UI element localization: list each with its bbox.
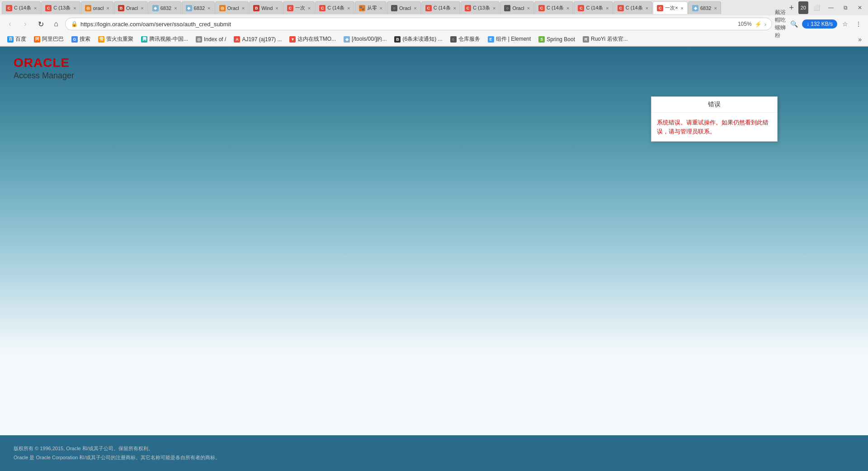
- tab-close-icon[interactable]: ×: [107, 5, 109, 11]
- bookmark-item[interactable]: 萤 萤火虫重聚: [94, 34, 137, 44]
- tab-close-icon[interactable]: ×: [493, 5, 495, 11]
- bookmark-item[interactable]: E 组件 | Element: [484, 34, 535, 44]
- bookmark-item[interactable]: A AJ197 (aj197) ...: [230, 35, 285, 43]
- user-account-icon[interactable]: 戴浴帽吃螺蛳粉: [775, 18, 787, 30]
- tab-close-icon[interactable]: ×: [308, 5, 311, 11]
- back-button[interactable]: ‹: [4, 18, 16, 30]
- bookmark-item[interactable]: S Spring Boot: [535, 35, 579, 43]
- tab-close-icon[interactable]: ×: [566, 5, 569, 11]
- bookmark-favicon: 阿: [34, 36, 40, 43]
- browser-tab[interactable]: C 一次 ×: [283, 1, 315, 14]
- tab-close-icon[interactable]: ×: [380, 5, 382, 11]
- minimize-btn[interactable]: —: [825, 1, 837, 14]
- tab-close-icon[interactable]: ×: [242, 5, 245, 11]
- tab-close-icon[interactable]: ×: [34, 5, 37, 11]
- browser-tab[interactable]: ◎ oracl ×: [81, 1, 113, 14]
- bookmark-item[interactable]: ○ 仓库服务: [447, 34, 484, 44]
- bookmark-label: 仓库服务: [458, 35, 480, 43]
- security-lock-icon: 🔒: [71, 21, 78, 27]
- browser-tab[interactable]: C C (14条 ×: [2, 1, 41, 14]
- more-options-icon[interactable]: ⋮: [853, 18, 864, 30]
- bookmark-icon[interactable]: ☆: [839, 18, 851, 30]
- tab-count-btn[interactable]: 20: [798, 1, 808, 14]
- tab-favicon: ◈: [692, 5, 698, 11]
- browser-tab[interactable]: C C (14条 ×: [574, 1, 613, 14]
- bookmark-label: 阿里巴巴: [42, 35, 64, 43]
- address-bar[interactable]: 🔒 https://login.oracle.com/oam/server/ss…: [65, 18, 772, 30]
- tab-close-icon[interactable]: ×: [646, 5, 648, 11]
- browser-tab[interactable]: ◈ 6832 ×: [148, 1, 181, 14]
- tab-title: 一次: [295, 5, 305, 11]
- browser-tab[interactable]: C C (13条 ×: [41, 1, 80, 14]
- tab-close-icon[interactable]: ×: [453, 5, 456, 11]
- browser-tab[interactable]: C C (14条 ×: [613, 1, 652, 14]
- tab-close-icon[interactable]: ×: [347, 5, 350, 11]
- tab-title: 6832: [194, 5, 205, 11]
- browser-tab[interactable]: C C (14条 ×: [421, 1, 460, 14]
- search-icon[interactable]: 🔍: [788, 18, 800, 30]
- bookmark-favicon: ◎: [196, 36, 202, 43]
- bookmarks-more-button[interactable]: »: [855, 35, 864, 44]
- tab-favicon: C: [657, 5, 663, 11]
- browser-tab[interactable]: C C (13条 ×: [461, 1, 500, 14]
- bookmark-item[interactable]: R RuoYi 若依官...: [579, 34, 632, 44]
- tab-title: C (14条: [547, 5, 564, 11]
- tab-title: Oracl: [399, 5, 411, 11]
- footer-line1: 版权所有 © 1996,2015, Oracle 和/或其子公司。保留所有权利。: [14, 444, 854, 453]
- browser-tab[interactable]: ◎ Oracl ×: [215, 1, 249, 14]
- tab-close-icon[interactable]: ×: [606, 5, 609, 11]
- new-tab-button[interactable]: +: [785, 1, 798, 14]
- browser-tab[interactable]: B Oracl ×: [114, 1, 148, 14]
- tab-controls: 20 ⬜ — ⧉ ✕: [798, 1, 866, 14]
- maximize-btn[interactable]: ⧉: [839, 1, 852, 14]
- tab-close-icon[interactable]: ×: [174, 5, 177, 11]
- close-btn[interactable]: ✕: [854, 1, 866, 14]
- browser-tab[interactable]: C C (14条 ×: [315, 1, 354, 14]
- tab-favicon: ○: [504, 5, 510, 11]
- bookmark-label: RuoYi 若依官...: [591, 35, 628, 43]
- tab-favicon: C: [425, 5, 432, 11]
- bookmark-item[interactable]: 百 百度: [4, 34, 30, 44]
- tab-close-icon[interactable]: ×: [208, 5, 210, 11]
- bookmark-favicon: ◈: [344, 36, 350, 43]
- browser-tab[interactable]: ○ Oracl ×: [500, 1, 534, 14]
- tab-title: C (14条: [14, 5, 31, 11]
- browser-tab[interactable]: C C (14条 ×: [534, 1, 573, 14]
- bookmark-item[interactable]: G 搜索: [68, 34, 94, 44]
- browser-tab[interactable]: C 一次× ×: [653, 1, 688, 14]
- bookmark-label: 腾讯视频-中国...: [149, 35, 188, 43]
- tab-close-icon[interactable]: ×: [527, 5, 530, 11]
- download-speed-btn[interactable]: ↓ 132 KB/s: [802, 19, 837, 29]
- tab-favicon: C: [578, 5, 584, 11]
- tab-close-icon[interactable]: ×: [681, 5, 684, 11]
- zoom-level: 105%: [738, 21, 752, 27]
- bookmark-item[interactable]: B (6条未读通知) ...: [391, 34, 446, 44]
- browser-tab[interactable]: 🐾 从零 ×: [355, 1, 387, 14]
- bookmark-item[interactable]: ◈ [/tools/00/]的...: [340, 34, 390, 44]
- tab-close-icon[interactable]: ×: [73, 5, 76, 11]
- restore-btn[interactable]: ⬜: [810, 1, 823, 14]
- browser-tab[interactable]: ○ Oracl ×: [387, 1, 421, 14]
- forward-button[interactable]: ›: [19, 18, 32, 30]
- browser-tab[interactable]: B Wind ×: [249, 1, 283, 14]
- bookmark-item[interactable]: 腾 腾讯视频-中国...: [137, 34, 192, 44]
- tab-close-icon[interactable]: ×: [414, 5, 416, 11]
- bookmark-item[interactable]: 阿 阿里巴巴: [30, 34, 67, 44]
- bookmark-favicon: S: [538, 36, 545, 43]
- bookmark-item[interactable]: ◎ Index of /: [192, 35, 230, 43]
- home-button[interactable]: ⌂: [50, 18, 62, 30]
- address-bar-row: ‹ › ↻ ⌂ 🔒 https://login.oracle.com/oam/s…: [0, 15, 868, 33]
- bookmark-favicon: R: [583, 36, 589, 43]
- tab-close-icon[interactable]: ×: [141, 5, 143, 11]
- tab-close-icon[interactable]: ×: [275, 5, 278, 11]
- bookmarks-bar: 百 百度 阿 阿里巴巴 G 搜索 萤 萤火虫重聚 腾 腾讯视频-中国... ◎ …: [0, 33, 868, 46]
- browser-tab[interactable]: ◈ 6832 ×: [688, 1, 721, 14]
- bookmark-favicon: ○: [450, 36, 457, 43]
- oracle-logo-area: ORACLE Access Manager: [14, 56, 854, 81]
- tab-title: C (14条: [586, 5, 603, 11]
- tab-close-icon[interactable]: ×: [714, 5, 717, 11]
- bookmark-item[interactable]: ▼ 达内在线TMO...: [286, 34, 340, 44]
- refresh-button[interactable]: ↻: [34, 18, 47, 30]
- browser-tab[interactable]: ◈ 6832 ×: [182, 1, 215, 14]
- tab-favicon: ◎: [219, 5, 226, 11]
